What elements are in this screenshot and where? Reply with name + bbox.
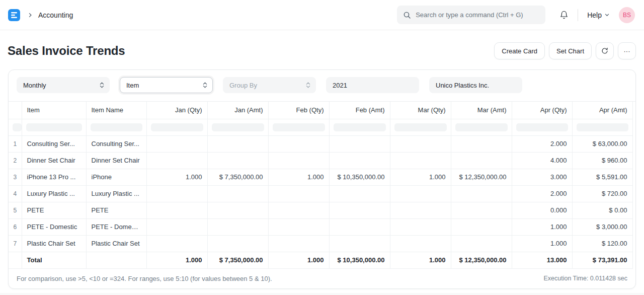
item-name-cell[interactable]: Dinner Set Chair	[86, 152, 146, 169]
value-cell[interactable]	[329, 135, 390, 152]
column-filter-input[interactable]	[451, 119, 512, 135]
column-header[interactable]: Feb (Qty)	[268, 102, 329, 119]
item-name-cell[interactable]: PETE - Domestic	[86, 218, 146, 235]
refresh-button[interactable]	[596, 42, 614, 59]
value-cell[interactable]	[451, 185, 512, 202]
value-cell[interactable]	[268, 135, 329, 152]
value-cell[interactable]: $ 7,350,000.00	[207, 169, 268, 185]
value-cell[interactable]	[268, 152, 329, 169]
value-cell[interactable]	[451, 135, 512, 152]
value-cell[interactable]	[268, 202, 329, 218]
item-name-cell[interactable]: Consulting Ser...	[86, 135, 146, 152]
item-cell[interactable]: Plastic Chair Set	[22, 235, 86, 252]
tree-type-select[interactable]: Item	[120, 77, 213, 93]
value-cell[interactable]	[207, 135, 268, 152]
value-cell[interactable]	[207, 152, 268, 169]
item-cell[interactable]: Consulting Ser...	[22, 135, 86, 152]
notifications-bell-icon[interactable]	[559, 11, 569, 20]
value-cell[interactable]	[390, 135, 451, 152]
value-cell[interactable]	[146, 152, 207, 169]
item-cell[interactable]: iPhone 13 Pro ...	[22, 169, 86, 185]
column-header[interactable]: Feb (Amt)	[329, 102, 390, 119]
column-header[interactable]: Mar (Amt)	[451, 102, 512, 119]
user-avatar[interactable]: BS	[619, 7, 635, 23]
value-cell[interactable]: 0.000	[512, 202, 572, 218]
value-cell[interactable]: $ 960.00	[572, 152, 632, 169]
value-cell[interactable]: 4.000	[512, 152, 572, 169]
value-cell[interactable]	[207, 218, 268, 235]
value-cell[interactable]	[390, 185, 451, 202]
value-cell[interactable]: $ 3,000.00	[572, 218, 632, 235]
item-cell[interactable]: Dinner Set Chair	[22, 152, 86, 169]
value-cell[interactable]: $ 63,000.00	[572, 135, 632, 152]
value-cell[interactable]	[390, 218, 451, 235]
column-header[interactable]: Apr (Amt)	[572, 102, 632, 119]
item-name-cell[interactable]: Luxury Plastic ...	[86, 185, 146, 202]
value-cell[interactable]: $ 12,350,000.00	[451, 169, 512, 185]
value-cell[interactable]	[329, 218, 390, 235]
column-filter-input[interactable]	[22, 119, 86, 135]
column-filter-input[interactable]	[572, 119, 632, 135]
value-cell[interactable]	[451, 152, 512, 169]
item-name-cell[interactable]: PETE	[86, 202, 146, 218]
value-cell[interactable]	[146, 218, 207, 235]
column-filter-input[interactable]	[512, 119, 572, 135]
value-cell[interactable]: $ 5,591.00	[572, 169, 632, 185]
value-cell[interactable]	[268, 235, 329, 252]
help-menu[interactable]: Help	[587, 11, 610, 19]
value-cell[interactable]: $ 720.00	[572, 185, 632, 202]
value-cell[interactable]: 1.000	[512, 235, 572, 252]
value-cell[interactable]	[268, 185, 329, 202]
group-by-select[interactable]: Group By	[223, 77, 316, 93]
value-cell[interactable]: $ 0.00	[572, 202, 632, 218]
company-field[interactable]: Unico Plastics Inc.	[429, 77, 522, 93]
value-cell[interactable]	[390, 152, 451, 169]
column-filter-input[interactable]	[86, 119, 146, 135]
item-cell[interactable]: Luxury Plastic ...	[22, 185, 86, 202]
value-cell[interactable]	[329, 202, 390, 218]
value-cell[interactable]	[390, 235, 451, 252]
frequency-select[interactable]: Monthly	[17, 77, 110, 93]
value-cell[interactable]	[146, 235, 207, 252]
fiscal-year-field[interactable]: 2021	[326, 77, 419, 93]
value-cell[interactable]	[329, 235, 390, 252]
value-cell[interactable]: $ 10,350,000.00	[329, 169, 390, 185]
column-filter-input[interactable]	[146, 119, 207, 135]
value-cell[interactable]	[207, 202, 268, 218]
item-name-cell[interactable]: iPhone	[86, 169, 146, 185]
value-cell[interactable]: $ 120.00	[572, 235, 632, 252]
value-cell[interactable]: 1.000	[512, 218, 572, 235]
value-cell[interactable]: 2.000	[512, 135, 572, 152]
column-header[interactable]: Apr (Qty)	[512, 102, 572, 119]
value-cell[interactable]: 3.000	[512, 169, 572, 185]
erpnext-logo-icon[interactable]	[8, 9, 20, 21]
value-cell[interactable]	[268, 218, 329, 235]
item-cell[interactable]: PETE	[22, 202, 86, 218]
value-cell[interactable]	[329, 152, 390, 169]
value-cell[interactable]	[451, 218, 512, 235]
value-cell[interactable]	[146, 135, 207, 152]
create-card-button[interactable]: Create Card	[494, 42, 545, 59]
value-cell[interactable]	[451, 202, 512, 218]
menu-button[interactable]: ···	[618, 42, 636, 59]
value-cell[interactable]: 1.000	[146, 169, 207, 185]
value-cell[interactable]	[451, 235, 512, 252]
column-header[interactable]: Jan (Qty)	[146, 102, 207, 119]
column-filter-input[interactable]	[268, 119, 329, 135]
column-header[interactable]: Jan (Amt)	[207, 102, 268, 119]
value-cell[interactable]: 1.000	[390, 169, 451, 185]
value-cell[interactable]	[207, 185, 268, 202]
column-header[interactable]: Item	[22, 102, 86, 119]
breadcrumb[interactable]: Accounting	[38, 11, 73, 19]
value-cell[interactable]	[146, 185, 207, 202]
item-name-cell[interactable]: Plastic Chair Set	[86, 235, 146, 252]
value-cell[interactable]	[207, 235, 268, 252]
set-chart-button[interactable]: Set Chart	[549, 42, 592, 59]
column-filter-input[interactable]	[329, 119, 390, 135]
value-cell[interactable]: 2.000	[512, 185, 572, 202]
global-search-input[interactable]: Search or type a command (Ctrl + G)	[397, 6, 545, 24]
column-header[interactable]: Item Name	[86, 102, 146, 119]
value-cell[interactable]	[329, 185, 390, 202]
column-filter-input[interactable]	[207, 119, 268, 135]
value-cell[interactable]	[146, 202, 207, 218]
